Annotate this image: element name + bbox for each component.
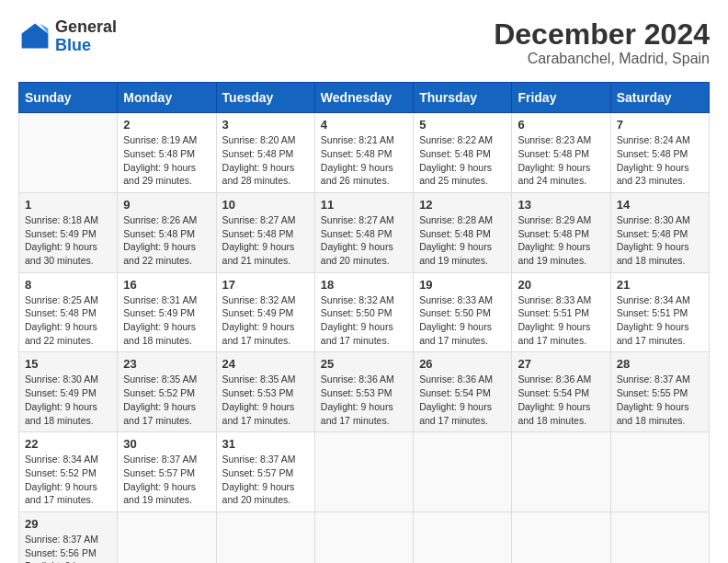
cell-content: Sunrise: 8:37 AMSunset: 5:57 PMDaylight:…	[222, 453, 309, 507]
cell-content: Sunrise: 8:20 AMSunset: 5:48 PMDaylight:…	[222, 133, 309, 188]
calendar-cell: 19Sunrise: 8:33 AMSunset: 5:50 PMDayligh…	[414, 272, 512, 352]
cell-content: Sunrise: 8:34 AMSunset: 5:52 PMDaylight:…	[25, 453, 111, 507]
calendar-cell: 16Sunrise: 8:31 AMSunset: 5:49 PMDayligh…	[118, 272, 216, 352]
cell-content: Sunrise: 8:35 AMSunset: 5:52 PMDaylight:…	[123, 373, 210, 427]
logo-blue-text: Blue	[55, 36, 91, 54]
day-number: 16	[123, 278, 210, 292]
calendar-cell: 24Sunrise: 8:35 AMSunset: 5:53 PMDayligh…	[216, 352, 314, 432]
day-number: 7	[617, 118, 703, 132]
day-of-week-header: Friday	[512, 83, 610, 113]
cell-content: Sunrise: 8:27 AMSunset: 5:48 PMDaylight:…	[222, 213, 309, 268]
cell-content: Sunrise: 8:36 AMSunset: 5:54 PMDaylight:…	[518, 373, 604, 427]
calendar-cell: 1Sunrise: 8:18 AMSunset: 5:49 PMDaylight…	[19, 192, 118, 272]
cell-content: Sunrise: 8:28 AMSunset: 5:48 PMDaylight:…	[419, 213, 506, 268]
calendar-cell: 5Sunrise: 8:22 AMSunset: 5:48 PMDaylight…	[414, 113, 512, 193]
calendar-cell: 14Sunrise: 8:30 AMSunset: 5:48 PMDayligh…	[610, 192, 709, 272]
calendar-cell: 9Sunrise: 8:26 AMSunset: 5:48 PMDaylight…	[118, 192, 216, 272]
day-of-week-header: Sunday	[19, 83, 118, 113]
calendar-week-row: 29Sunrise: 8:37 AMSunset: 5:56 PMDayligh…	[19, 511, 710, 563]
title-block: December 2024 Carabanchel, Madrid, Spain	[494, 18, 710, 67]
cell-content: Sunrise: 8:23 AMSunset: 5:48 PMDaylight:…	[518, 133, 604, 188]
calendar-cell: 20Sunrise: 8:33 AMSunset: 5:51 PMDayligh…	[512, 272, 610, 352]
calendar-cell	[610, 432, 709, 512]
day-number: 3	[222, 118, 309, 132]
day-number: 29	[25, 517, 111, 531]
cell-content: Sunrise: 8:37 AMSunset: 5:57 PMDaylight:…	[123, 453, 210, 507]
day-number: 27	[518, 357, 604, 371]
day-number: 25	[321, 357, 407, 371]
day-number: 13	[518, 198, 604, 212]
day-number: 14	[617, 198, 703, 212]
calendar-cell	[314, 432, 413, 512]
day-of-week-header: Saturday	[610, 83, 709, 113]
day-number: 19	[419, 278, 506, 292]
cell-content: Sunrise: 8:32 AMSunset: 5:50 PMDaylight:…	[321, 293, 407, 348]
calendar-cell: 27Sunrise: 8:36 AMSunset: 5:54 PMDayligh…	[512, 352, 610, 432]
calendar-cell: 30Sunrise: 8:37 AMSunset: 5:57 PMDayligh…	[118, 432, 216, 512]
calendar-cell	[512, 511, 610, 563]
logo-general-text: General	[55, 17, 117, 36]
cell-content: Sunrise: 8:18 AMSunset: 5:49 PMDaylight:…	[25, 213, 111, 268]
cell-content: Sunrise: 8:31 AMSunset: 5:49 PMDaylight:…	[123, 293, 210, 348]
day-number: 21	[617, 278, 703, 292]
calendar-cell: 31Sunrise: 8:37 AMSunset: 5:57 PMDayligh…	[216, 432, 314, 512]
calendar-cell: 11Sunrise: 8:27 AMSunset: 5:48 PMDayligh…	[314, 192, 413, 272]
day-number: 15	[25, 357, 111, 371]
day-number: 26	[419, 357, 506, 371]
cell-content: Sunrise: 8:19 AMSunset: 5:48 PMDaylight:…	[123, 133, 210, 188]
calendar-cell	[610, 511, 709, 563]
cell-content: Sunrise: 8:32 AMSunset: 5:49 PMDaylight:…	[222, 293, 309, 348]
calendar-cell	[216, 511, 314, 563]
cell-content: Sunrise: 8:34 AMSunset: 5:51 PMDaylight:…	[617, 293, 703, 348]
calendar-week-row: 15Sunrise: 8:30 AMSunset: 5:49 PMDayligh…	[19, 352, 710, 432]
day-number: 12	[419, 198, 506, 212]
page-header: General Blue December 2024 Carabanchel, …	[18, 18, 710, 67]
day-number: 10	[222, 198, 309, 212]
location-subtitle: Carabanchel, Madrid, Spain	[494, 51, 710, 67]
calendar-week-row: 22Sunrise: 8:34 AMSunset: 5:52 PMDayligh…	[19, 432, 710, 512]
cell-content: Sunrise: 8:35 AMSunset: 5:53 PMDaylight:…	[222, 373, 309, 427]
day-of-week-header: Tuesday	[216, 83, 314, 113]
day-of-week-header: Wednesday	[314, 83, 413, 113]
calendar-cell: 7Sunrise: 8:24 AMSunset: 5:48 PMDaylight…	[610, 113, 709, 193]
calendar-cell: 2Sunrise: 8:19 AMSunset: 5:48 PMDaylight…	[118, 113, 216, 193]
calendar-cell: 23Sunrise: 8:35 AMSunset: 5:52 PMDayligh…	[118, 352, 216, 432]
calendar-cell	[414, 511, 512, 563]
cell-content: Sunrise: 8:36 AMSunset: 5:54 PMDaylight:…	[419, 373, 506, 427]
day-number: 11	[321, 198, 407, 212]
cell-content: Sunrise: 8:37 AMSunset: 5:55 PMDaylight:…	[617, 373, 703, 427]
calendar-cell: 22Sunrise: 8:34 AMSunset: 5:52 PMDayligh…	[19, 432, 118, 512]
cell-content: Sunrise: 8:29 AMSunset: 5:48 PMDaylight:…	[518, 213, 604, 268]
cell-content: Sunrise: 8:36 AMSunset: 5:53 PMDaylight:…	[321, 373, 407, 427]
day-number: 1	[25, 198, 111, 212]
logo-icon	[18, 20, 51, 53]
calendar-table: SundayMondayTuesdayWednesdayThursdayFrid…	[18, 82, 710, 563]
day-number: 4	[321, 118, 407, 132]
calendar-cell: 13Sunrise: 8:29 AMSunset: 5:48 PMDayligh…	[512, 192, 610, 272]
cell-content: Sunrise: 8:33 AMSunset: 5:50 PMDaylight:…	[419, 293, 506, 348]
day-number: 20	[518, 278, 604, 292]
cell-content: Sunrise: 8:37 AMSunset: 5:56 PMDaylight:…	[25, 533, 111, 563]
calendar-week-row: 2Sunrise: 8:19 AMSunset: 5:48 PMDaylight…	[19, 113, 710, 193]
calendar-cell: 6Sunrise: 8:23 AMSunset: 5:48 PMDaylight…	[512, 113, 610, 193]
day-number: 23	[123, 357, 210, 371]
calendar-header-row: SundayMondayTuesdayWednesdayThursdayFrid…	[19, 83, 710, 113]
cell-content: Sunrise: 8:22 AMSunset: 5:48 PMDaylight:…	[419, 133, 506, 188]
calendar-cell: 10Sunrise: 8:27 AMSunset: 5:48 PMDayligh…	[216, 192, 314, 272]
cell-content: Sunrise: 8:25 AMSunset: 5:48 PMDaylight:…	[25, 293, 111, 348]
cell-content: Sunrise: 8:30 AMSunset: 5:48 PMDaylight:…	[617, 213, 703, 268]
calendar-cell: 17Sunrise: 8:32 AMSunset: 5:49 PMDayligh…	[216, 272, 314, 352]
calendar-cell	[19, 113, 118, 193]
calendar-cell: 28Sunrise: 8:37 AMSunset: 5:55 PMDayligh…	[610, 352, 709, 432]
calendar-cell	[414, 432, 512, 512]
cell-content: Sunrise: 8:33 AMSunset: 5:51 PMDaylight:…	[518, 293, 604, 348]
logo-text: General Blue	[55, 18, 117, 55]
calendar-cell: 3Sunrise: 8:20 AMSunset: 5:48 PMDaylight…	[216, 113, 314, 193]
calendar-cell: 15Sunrise: 8:30 AMSunset: 5:49 PMDayligh…	[19, 352, 118, 432]
day-number: 30	[123, 437, 210, 451]
calendar-cell: 26Sunrise: 8:36 AMSunset: 5:54 PMDayligh…	[414, 352, 512, 432]
calendar-cell: 12Sunrise: 8:28 AMSunset: 5:48 PMDayligh…	[414, 192, 512, 272]
cell-content: Sunrise: 8:24 AMSunset: 5:48 PMDaylight:…	[617, 133, 703, 188]
calendar-week-row: 1Sunrise: 8:18 AMSunset: 5:49 PMDaylight…	[19, 192, 710, 272]
calendar-cell: 29Sunrise: 8:37 AMSunset: 5:56 PMDayligh…	[19, 511, 118, 563]
